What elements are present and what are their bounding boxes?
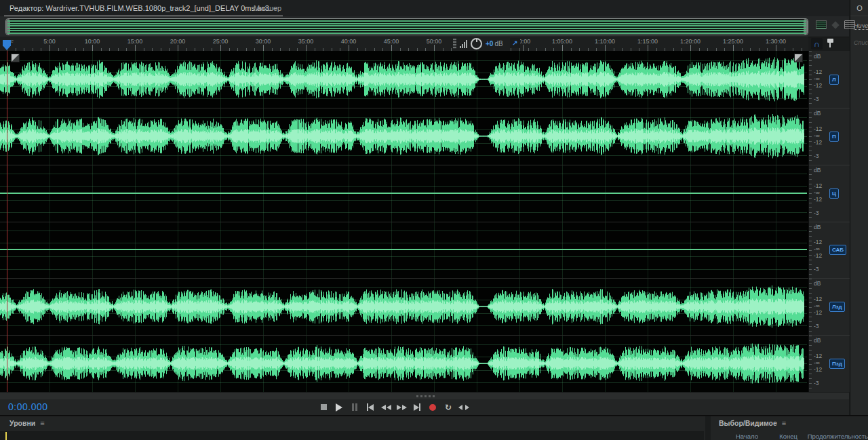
lane-separator: [809, 165, 850, 165]
rail-header[interactable]: O: [850, 0, 868, 16]
timeline-ruler[interactable]: имс 5:0010:0015:0020:0025:0030:0035:0040…: [0, 37, 808, 51]
scale-mark: -12: [814, 139, 822, 146]
ruler-tick-label: 15:00: [127, 38, 143, 45]
ruler-major-tick: [562, 45, 563, 51]
hud-arrow-icon[interactable]: ↗: [510, 38, 520, 48]
scale-mark: -12: [814, 353, 822, 359]
meter-start-line: [5, 432, 7, 440]
gain-knob-icon[interactable]: [471, 38, 482, 49]
add-marker-icon[interactable]: [826, 39, 834, 49]
fast-forward-button[interactable]: [397, 403, 406, 412]
navigator-display-icon[interactable]: [816, 20, 827, 29]
clip-gain-corner-icon[interactable]: [11, 54, 20, 62]
tab-selection-view[interactable]: Выбор/Видимое ≡: [719, 419, 786, 427]
waveform-display[interactable]: [0, 51, 808, 392]
ruler-major-tick: [391, 45, 392, 51]
levels-meter: [0, 431, 704, 440]
level-bars-icon: [460, 40, 467, 48]
hud-grip-handle[interactable]: [453, 39, 456, 49]
amplitude-scale[interactable]: dB-12-∞-12-3ЛdB-12-∞-12-3ПdB-12-∞-12-3Цd…: [808, 51, 850, 392]
channel-badge-Пзд[interactable]: Пзд: [829, 359, 845, 369]
waveform-canvas[interactable]: [0, 51, 808, 392]
playhead-line[interactable]: [7, 51, 7, 392]
clip-gain-corner-icon-right[interactable]: [794, 54, 803, 62]
levels-tab-label: Уровни: [9, 419, 35, 427]
levels-menu-icon[interactable]: ≡: [40, 419, 44, 427]
gain-value[interactable]: +0: [486, 40, 493, 47]
lane-separator: [809, 222, 850, 222]
lane-separator: [809, 335, 850, 336]
scrollbar-grip-dots[interactable]: [416, 395, 437, 397]
gain-hud: +0 dB: [452, 37, 510, 51]
ruler-major-tick: [523, 45, 524, 51]
ruler-tick-label: 50:00: [427, 38, 442, 45]
scale-mark: -3: [814, 209, 819, 216]
scale-unit-label: dB: [814, 110, 821, 117]
panel-divider[interactable]: [705, 416, 711, 440]
scale-unit-label: dB: [814, 337, 821, 344]
goto-end-button[interactable]: [412, 403, 422, 412]
ruler-major-tick: [690, 45, 691, 51]
selection-column-1: Начало: [711, 433, 758, 440]
record-button[interactable]: [428, 403, 437, 412]
scale-mark: -12: [814, 125, 822, 132]
scale-mark: -∞: [814, 245, 820, 252]
navigator-menu-icon[interactable]: [844, 20, 855, 29]
rail-item-list[interactable]: Спис: [854, 35, 868, 50]
tab-editor[interactable]: Редактор: Wardriver.TVHUB.FILM.WEB.1080p…: [4, 0, 283, 17]
channel-badge-Л[interactable]: Л: [829, 75, 839, 85]
ruler-tick-label: 1:25:00: [723, 38, 743, 45]
scale-mark: -∞: [814, 189, 820, 196]
scale-unit-label: dB: [814, 167, 821, 174]
gain-unit-label: dB: [494, 40, 502, 47]
channel-badge-Ц[interactable]: Ц: [829, 188, 839, 199]
ruler-tick-label: 1:30:00: [766, 38, 786, 45]
scale-mark: -12: [814, 252, 822, 259]
ruler-major-tick: [92, 45, 93, 51]
tab-levels[interactable]: Уровни ≡: [9, 419, 45, 427]
scale-mark: -12: [814, 309, 822, 316]
scale-mark: -3: [814, 380, 819, 386]
scale-mark: -∞: [814, 302, 820, 309]
ruler-tick-label: 1:05:00: [552, 38, 572, 45]
lane-separator: [809, 108, 850, 108]
ruler-major-tick: [776, 45, 776, 51]
rail-item-preset[interactable]: Ниче: [854, 18, 868, 33]
navigator-compass-icon: [831, 21, 839, 28]
navigator-view-box[interactable]: [5, 18, 808, 35]
play-button[interactable]: [334, 403, 344, 412]
rewind-button[interactable]: [381, 403, 391, 412]
scale-mark: -∞: [814, 132, 820, 139]
snap-magnet-icon[interactable]: ∩: [811, 38, 823, 49]
navigator-wave-line: [7, 28, 806, 29]
ruler-tick-label: 40:00: [341, 38, 357, 45]
scale-mark: -12: [814, 239, 822, 245]
selection-view-menu-icon[interactable]: ≡: [782, 419, 786, 427]
scale-mark: -12: [814, 182, 822, 189]
ruler-major-tick: [135, 45, 136, 51]
scale-mark: -12: [814, 366, 822, 373]
ruler-major-tick: [349, 45, 349, 51]
scale-unit-label: dB: [814, 224, 821, 231]
mixer-tab-label: Микшер: [254, 4, 281, 12]
selection-view-columns: НачалоКонецПродолжительность: [711, 433, 868, 440]
ruler-major-tick: [220, 45, 221, 51]
goto-start-button[interactable]: [366, 403, 375, 412]
channel-badge-Лзд[interactable]: Лзд: [829, 302, 845, 312]
pause-button[interactable]: [350, 403, 359, 412]
skip-selection-button[interactable]: [459, 403, 469, 412]
stop-button[interactable]: [319, 403, 328, 412]
loop-playback-button[interactable]: ↻: [443, 403, 453, 412]
current-time-display[interactable]: 0:00.000: [8, 401, 48, 412]
tab-mixer[interactable]: Микшер: [248, 0, 287, 16]
ruler-major-tick: [263, 45, 264, 51]
audition-app: { "tabs": { "editor": "Редактор: Wardriv…: [0, 0, 868, 440]
scale-mark: -12: [814, 68, 822, 75]
ruler-tick-label: 10:00: [85, 38, 100, 45]
transport-bar: 0:00.000 ↻ ❘+❘–¯+¯–()(❘↻❘: [0, 399, 849, 415]
ruler-tick-label: 30:00: [256, 38, 271, 45]
channel-badge-САБ[interactable]: САБ: [829, 245, 846, 255]
scale-mark: -3: [814, 266, 819, 273]
essential-sound-rail: O Ниче Спис: [850, 0, 868, 415]
channel-badge-П[interactable]: П: [829, 132, 839, 142]
